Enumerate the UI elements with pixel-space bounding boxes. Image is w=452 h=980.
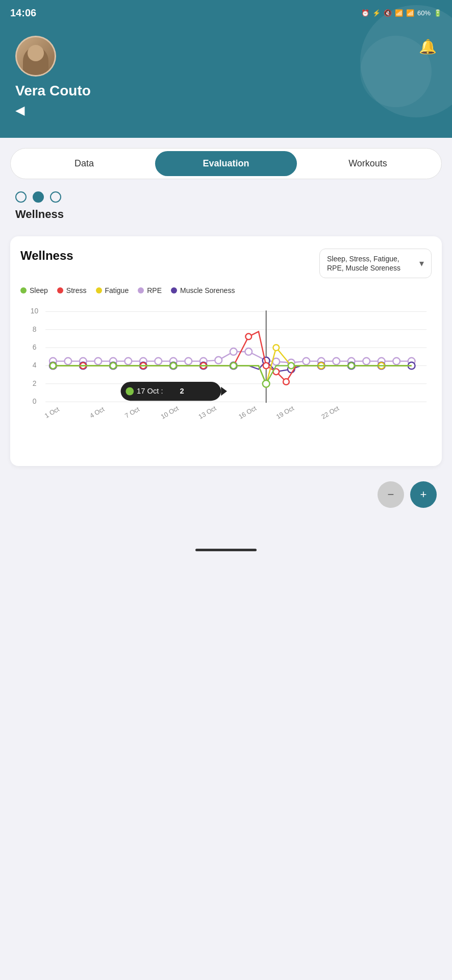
dot-2[interactable]: [33, 191, 44, 203]
legend-stress-dot: [57, 287, 63, 293]
svg-point-84: [348, 363, 355, 369]
svg-point-33: [230, 348, 237, 355]
legend-muscle-soreness-label: Muscle Soreness: [180, 286, 235, 295]
svg-text:1 Oct: 1 Oct: [43, 405, 61, 420]
svg-text:4: 4: [33, 362, 37, 370]
zoom-in-button[interactable]: +: [410, 481, 437, 508]
svg-point-63: [245, 334, 252, 340]
home-indicator-bar: [195, 549, 257, 551]
svg-point-80: [170, 363, 177, 369]
svg-text:13 Oct: 13 Oct: [197, 404, 217, 421]
tab-workouts[interactable]: Workouts: [297, 151, 439, 176]
svg-text:19 Oct: 19 Oct: [275, 404, 295, 421]
svg-rect-85: [121, 382, 221, 401]
legend-sleep: Sleep: [20, 286, 48, 295]
legend-sleep-dot: [20, 287, 27, 293]
svg-text:6: 6: [33, 344, 37, 351]
svg-text:2: 2: [33, 380, 37, 387]
wellness-chart-card: Wellness Sleep, Stress, Fatigue, RPE, Mu…: [10, 236, 442, 466]
tab-data[interactable]: Data: [13, 151, 155, 176]
dot-1[interactable]: [15, 191, 27, 203]
svg-point-79: [110, 363, 116, 369]
zoom-controls: − +: [0, 471, 452, 518]
svg-point-74: [273, 345, 279, 351]
chart-legend: Sleep Stress Fatigue RPE Muscle Soreness: [20, 286, 432, 295]
svg-point-83: [288, 363, 294, 369]
status-time: 14:06: [10, 7, 36, 19]
svg-point-64: [263, 363, 269, 369]
chart-svg-area: 10 8 6 4 2 0 1 Oct 4 Oct 7 Oct 10 Oct 13…: [20, 303, 432, 456]
bottom-indicator: [0, 538, 452, 561]
svg-point-42: [363, 358, 370, 365]
back-arrow-icon[interactable]: ◀: [15, 103, 24, 117]
svg-point-28: [155, 358, 162, 365]
legend-stress: Stress: [57, 286, 87, 295]
svg-point-34: [245, 348, 252, 355]
svg-point-66: [283, 379, 289, 385]
legend-sleep-label: Sleep: [30, 286, 48, 295]
chart-header: Wellness Sleep, Stress, Fatigue, RPE, Mu…: [20, 249, 432, 278]
filter-text: Sleep, Stress, Fatigue, RPE, Muscle Sore…: [327, 254, 415, 273]
zoom-out-button[interactable]: −: [378, 481, 404, 508]
svg-point-36: [272, 358, 280, 365]
svg-point-38: [303, 358, 310, 365]
svg-point-81: [231, 363, 237, 369]
wellness-svg: 10 8 6 4 2 0 1 Oct 4 Oct 7 Oct 10 Oct 13…: [20, 303, 432, 456]
legend-stress-label: Stress: [66, 286, 87, 295]
svg-point-40: [333, 358, 340, 365]
svg-point-78: [50, 363, 56, 369]
filter-chevron-icon: ▾: [419, 258, 424, 269]
bg-circle-small: [360, 36, 432, 107]
svg-marker-89: [221, 387, 227, 396]
svg-text:8: 8: [33, 326, 37, 333]
svg-point-30: [185, 358, 192, 365]
svg-text:22 Oct: 22 Oct: [320, 404, 340, 421]
avatar[interactable]: [15, 36, 56, 77]
legend-fatigue-label: Fatigue: [105, 286, 129, 295]
svg-point-86: [125, 387, 134, 396]
legend-muscle-soreness-dot: [171, 287, 177, 293]
svg-text:7 Oct: 7 Oct: [123, 405, 141, 420]
svg-text:17 Oct :: 17 Oct :: [137, 387, 163, 396]
legend-rpe: RPE: [138, 286, 162, 295]
section-title: Wellness: [0, 208, 452, 231]
svg-point-26: [124, 358, 132, 365]
svg-point-22: [64, 358, 71, 365]
svg-point-82: [263, 380, 270, 387]
legend-rpe-label: RPE: [147, 286, 162, 295]
svg-point-44: [393, 358, 400, 365]
legend-fatigue-dot: [96, 287, 102, 293]
legend-muscle-soreness: Muscle Soreness: [171, 286, 235, 295]
svg-text:10 Oct: 10 Oct: [160, 404, 180, 421]
alarm-icon: ⏰: [361, 9, 369, 17]
profile-header: 🔔 Vera Couto ◀: [0, 26, 452, 138]
svg-point-32: [215, 357, 222, 364]
bluetooth-icon: ⚡: [372, 9, 381, 17]
svg-text:4 Oct: 4 Oct: [88, 405, 106, 420]
legend-rpe-dot: [138, 287, 144, 293]
svg-point-24: [94, 358, 102, 365]
tab-bar: Data Evaluation Workouts: [10, 148, 442, 179]
avatar-image: [17, 37, 55, 75]
svg-text:10: 10: [31, 308, 39, 315]
svg-text:16 Oct: 16 Oct: [237, 404, 258, 421]
legend-fatigue: Fatigue: [96, 286, 129, 295]
chart-title: Wellness: [20, 249, 73, 263]
dot-3[interactable]: [50, 191, 61, 203]
svg-text:0: 0: [33, 398, 37, 406]
chart-filter-dropdown[interactable]: Sleep, Stress, Fatigue, RPE, Muscle Sore…: [319, 249, 432, 278]
tab-evaluation[interactable]: Evaluation: [155, 151, 297, 176]
pagination-dots: [0, 179, 452, 208]
svg-text:2: 2: [180, 387, 184, 396]
